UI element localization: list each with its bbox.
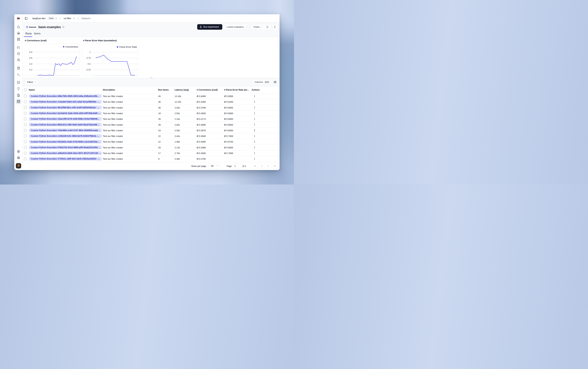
svg-text:0.6: 0.6 — [29, 57, 32, 59]
svg-text:0.75: 0.75 — [87, 57, 91, 59]
svg-text:0.2: 0.2 — [29, 69, 32, 71]
svg-text:0.8: 0.8 — [29, 51, 32, 53]
svg-text:Parse Error Rate: Parse Error Rate — [119, 46, 137, 48]
svg-text:0.4: 0.4 — [29, 63, 32, 65]
svg-text:0.5: 0.5 — [88, 63, 91, 65]
svg-text:0.25: 0.25 — [87, 69, 91, 71]
svg-text:1: 1 — [89, 51, 91, 53]
svg-text:Correctness: Correctness — [66, 45, 78, 48]
